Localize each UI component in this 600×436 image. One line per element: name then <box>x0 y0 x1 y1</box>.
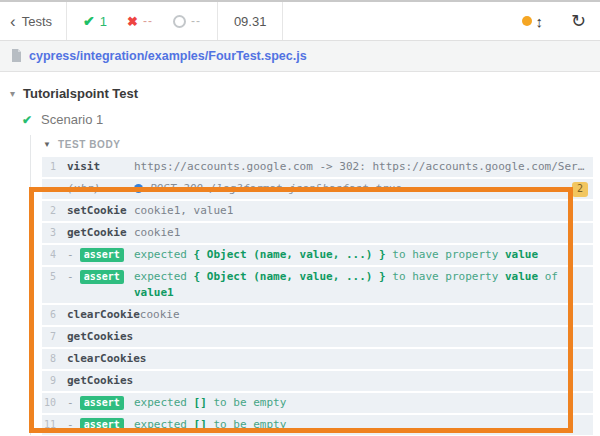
command-row-getcookies[interactable]: 7 getCookies <box>42 327 593 347</box>
assert-message: expected { Object (name, value, ...) } t… <box>134 269 593 301</box>
command-number: 1 <box>42 159 56 175</box>
command-message: cookie1, value1 <box>134 203 593 219</box>
assert-dash: - <box>67 269 74 285</box>
command-row-assert[interactable]: 5 - assert expected { Object (name, valu… <box>42 267 593 303</box>
auto-scroll-toggle[interactable]: ↕ <box>516 2 549 40</box>
command-message: POST 200 /log?format=json&hasfast=true <box>134 181 593 197</box>
command-name: getCookie <box>67 225 134 241</box>
assert-message-segment: expected <box>134 418 194 431</box>
suite-title: Tutorialspoint Test <box>23 86 138 101</box>
assert-message-segment: to be empty <box>207 396 286 409</box>
command-number: 5 <box>42 269 56 285</box>
assert-message-segment: { Object (name, value, ...) } <box>194 270 386 283</box>
failed-stat[interactable]: ✖ -- <box>127 14 153 29</box>
command-message: https://accounts.google.com -> 302: http… <box>134 159 593 175</box>
assert-message-segment: value <box>505 248 538 261</box>
assert-message: expected [] to be empty <box>134 417 593 433</box>
suite-header[interactable]: ▾ Tutorialspoint Test <box>0 72 600 101</box>
command-number: 6 <box>42 307 56 323</box>
assert-badge-cell: - assert <box>67 247 134 263</box>
refresh-icon: ↻ <box>571 10 586 32</box>
command-name: getCookies <box>67 329 134 345</box>
assert-message-segment: to have property <box>386 270 505 283</box>
passed-check-icon: ✔ <box>83 13 95 29</box>
command-log: 1 visit https://accounts.google.com -> 3… <box>42 157 593 435</box>
assert-message-segment: to be empty <box>207 418 286 431</box>
test-passed-check-icon: ✔ <box>22 113 32 127</box>
section-label: TEST BODY <box>58 139 121 150</box>
passed-count: 1 <box>100 14 107 29</box>
assert-badge: assert <box>80 248 124 262</box>
assert-message: expected [] to be empty <box>134 395 593 411</box>
assert-badge-cell: - assert <box>67 417 134 433</box>
xhr-status-dot-icon <box>134 184 143 193</box>
command-name: getCookies <box>67 373 134 389</box>
spec-path-link[interactable]: cypress/integration/examples/FourTest.sp… <box>29 49 307 63</box>
command-name: clearCookie <box>67 307 140 323</box>
expand-caret-icon[interactable]: ▸ <box>42 181 56 197</box>
command-number: 4 <box>42 247 56 263</box>
test-body-section-header[interactable]: ▼ TEST BODY <box>42 135 593 157</box>
command-name: clearCookies <box>67 351 146 367</box>
assert-dash: - <box>67 395 74 411</box>
back-chevron-icon: ‹ <box>10 13 16 30</box>
assert-message-segment: [] <box>194 418 207 431</box>
test-stats: ✔ 1 ✖ -- -- <box>67 2 217 40</box>
xhr-request-text: POST 200 /log?format=json&hasfast=true <box>150 182 402 195</box>
assert-badge: assert <box>80 396 124 410</box>
command-row-visit[interactable]: 1 visit https://accounts.google.com -> 3… <box>42 157 593 177</box>
command-number: 11 <box>42 417 56 433</box>
failed-count: -- <box>143 14 153 28</box>
assert-message-segment: expected <box>134 248 194 261</box>
command-number: 10 <box>42 395 56 411</box>
assert-badge-cell: - assert <box>67 269 134 285</box>
assert-message-segment: to have property <box>386 248 505 261</box>
test-name: Scenario 1 <box>41 112 103 127</box>
pending-count: -- <box>191 14 201 28</box>
command-name: setCookie <box>67 203 134 219</box>
test-body: ▼ TEST BODY 1 visit https://accounts.goo… <box>30 135 593 435</box>
failed-x-icon: ✖ <box>127 14 138 29</box>
command-number: 2 <box>42 203 56 219</box>
command-name: visit <box>67 159 134 175</box>
assert-dash: - <box>67 417 74 433</box>
section-collapse-caret-icon: ▼ <box>43 140 51 149</box>
pending-stat[interactable]: -- <box>173 14 201 28</box>
command-row-getcookies[interactable]: 9 getCookies <box>42 371 593 391</box>
test-header[interactable]: ✔ Scenario 1 <box>0 101 600 127</box>
command-message: cookie1 <box>134 225 593 241</box>
assert-message-segment: expected <box>134 396 194 409</box>
duplicate-count-badge: 2 <box>572 182 588 197</box>
back-to-tests-button[interactable]: ‹ Tests <box>0 2 66 40</box>
spec-file-icon <box>11 49 22 63</box>
assert-message-segment: value <box>505 270 538 283</box>
command-name: (xhr) <box>67 181 134 197</box>
rerun-tests-button[interactable]: ↻ <box>549 2 600 40</box>
assert-badge-cell: - assert <box>67 395 134 411</box>
scroll-updown-icon: ↕ <box>535 13 543 30</box>
command-number: 8 <box>42 351 56 367</box>
command-number: 3 <box>42 225 56 241</box>
spec-bar: cypress/integration/examples/FourTest.sp… <box>0 41 600 72</box>
command-row-xhr[interactable]: ▸ (xhr) POST 200 /log?format=json&hasfas… <box>42 179 593 199</box>
command-row-setcookie[interactable]: 2 setCookie cookie1, value1 <box>42 201 593 221</box>
assert-badge: assert <box>80 270 124 284</box>
assert-message-segment: [] <box>194 396 207 409</box>
command-row-assert[interactable]: 11 - assert expected [] to be empty <box>42 415 593 435</box>
assert-dash: - <box>67 247 74 263</box>
command-row-assert[interactable]: 10 - assert expected [] to be empty <box>42 393 593 413</box>
assert-badge: assert <box>80 418 124 432</box>
passed-stat[interactable]: ✔ 1 <box>83 13 107 29</box>
header-spacer <box>283 2 516 40</box>
command-row-getcookie[interactable]: 3 getCookie cookie1 <box>42 223 593 243</box>
suite-collapse-caret-icon: ▾ <box>10 88 15 99</box>
assert-message-segment: expected <box>134 270 194 283</box>
command-row-clearcookies[interactable]: 8 clearCookies <box>42 349 593 369</box>
runner-header: ‹ Tests ✔ 1 ✖ -- -- 09.31 ↕ ↻ <box>0 0 600 41</box>
command-row-clearcookie[interactable]: 6 clearCookie cookie <box>42 305 593 325</box>
command-row-assert[interactable]: 4 - assert expected { Object (name, valu… <box>42 245 593 265</box>
command-number: 9 <box>42 373 56 389</box>
pending-circle-icon <box>173 15 186 28</box>
assert-message-segment: { Object (name, value, ...) } <box>194 248 386 261</box>
back-label: Tests <box>22 14 52 29</box>
